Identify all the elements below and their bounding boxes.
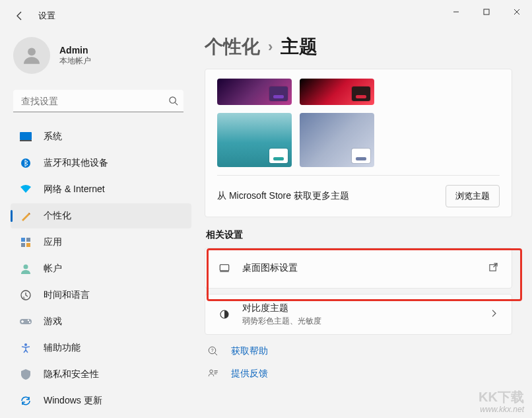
sidebar-item-accounts[interactable]: 帐户 bbox=[11, 256, 191, 281]
search-icon bbox=[168, 96, 178, 108]
svg-rect-6 bbox=[20, 140, 32, 141]
avatar bbox=[13, 37, 50, 74]
browse-themes-button[interactable]: 浏览主题 bbox=[446, 185, 500, 207]
svg-rect-19 bbox=[220, 265, 229, 271]
sidebar-item-bluetooth[interactable]: 蓝牙和其他设备 bbox=[11, 151, 191, 176]
sidebar-item-time[interactable]: A时间和语言 bbox=[11, 283, 191, 308]
sidebar-item-label: 个性化 bbox=[44, 210, 71, 222]
breadcrumb: 个性化 › 主题 bbox=[205, 34, 512, 59]
sidebar-item-personalize[interactable]: 个性化 bbox=[11, 203, 191, 228]
theme-thumbnail[interactable] bbox=[217, 79, 292, 105]
app-title: 设置 bbox=[38, 10, 55, 22]
sidebar-item-accessibility[interactable]: 辅助功能 bbox=[11, 335, 191, 361]
time-icon: A bbox=[20, 289, 32, 301]
related-section-title: 相关设置 bbox=[206, 229, 512, 241]
gaming-icon bbox=[20, 316, 32, 328]
sidebar: Admin 本地帐户 系统蓝牙和其他设备网络 & Internet个性化应用帐户… bbox=[0, 32, 198, 418]
sidebar-item-label: Windows 更新 bbox=[44, 395, 102, 407]
personalize-icon bbox=[20, 210, 32, 222]
breadcrumb-parent[interactable]: 个性化 bbox=[205, 34, 260, 59]
svg-point-18 bbox=[24, 343, 27, 346]
svg-rect-10 bbox=[21, 243, 25, 247]
desktop-icon bbox=[218, 262, 230, 274]
feedback-link-row: 提供反馈 bbox=[205, 363, 512, 385]
update-icon bbox=[20, 395, 32, 407]
theme-chip bbox=[269, 87, 288, 101]
sidebar-item-privacy[interactable]: 隐私和安全性 bbox=[11, 362, 191, 387]
sidebar-item-label: 帐户 bbox=[44, 263, 62, 275]
store-text: 从 Microsoft Store 获取更多主题 bbox=[217, 190, 349, 202]
theme-thumbnail[interactable] bbox=[300, 79, 374, 105]
sidebar-item-system[interactable]: 系统 bbox=[11, 124, 191, 149]
watermark: KK下载 www.kkx.net bbox=[479, 389, 524, 414]
svg-rect-9 bbox=[26, 238, 30, 242]
search-wrap bbox=[13, 90, 189, 112]
give-feedback-link[interactable]: 提供反馈 bbox=[231, 368, 268, 380]
window-controls bbox=[441, 0, 532, 24]
theme-chip bbox=[269, 149, 288, 163]
sidebar-item-label: 隐私和安全性 bbox=[44, 368, 99, 380]
svg-rect-5 bbox=[20, 132, 32, 140]
feedback-icon bbox=[207, 368, 219, 380]
chevron-right-icon bbox=[490, 309, 498, 320]
svg-point-16 bbox=[28, 320, 29, 321]
contrast-themes-row[interactable]: 对比度主题 弱势彩色主题、光敏度 bbox=[205, 294, 512, 335]
theme-chip bbox=[352, 149, 370, 163]
user-type: 本地帐户 bbox=[59, 55, 91, 67]
setting-subtitle: 弱势彩色主题、光敏度 bbox=[242, 316, 321, 327]
contrast-icon bbox=[218, 308, 230, 320]
accounts-icon bbox=[20, 263, 32, 275]
themes-card: 从 Microsoft Store 获取更多主题 浏览主题 bbox=[205, 69, 512, 217]
svg-rect-11 bbox=[26, 243, 30, 247]
titlebar: 设置 bbox=[0, 0, 532, 32]
privacy-icon bbox=[20, 368, 32, 380]
sidebar-item-label: 应用 bbox=[44, 236, 62, 248]
maximize-button[interactable] bbox=[471, 0, 502, 24]
sidebar-item-label: 网络 & Internet bbox=[44, 184, 105, 195]
svg-point-3 bbox=[170, 97, 176, 103]
minimize-button[interactable] bbox=[441, 0, 471, 24]
bluetooth-icon bbox=[20, 157, 32, 169]
svg-text:A: A bbox=[22, 296, 25, 300]
svg-point-17 bbox=[29, 322, 30, 323]
user-block[interactable]: Admin 本地帐户 bbox=[11, 32, 191, 87]
sidebar-item-label: 蓝牙和其他设备 bbox=[44, 157, 108, 169]
svg-point-2 bbox=[28, 48, 36, 55]
help-link-row: ? 获取帮助 bbox=[205, 340, 512, 363]
svg-point-25 bbox=[210, 370, 213, 373]
get-help-link[interactable]: 获取帮助 bbox=[231, 345, 268, 357]
accessibility-icon bbox=[20, 342, 32, 354]
svg-rect-8 bbox=[21, 238, 25, 242]
external-link-icon bbox=[488, 262, 498, 274]
sidebar-item-label: 时间和语言 bbox=[44, 289, 90, 301]
sidebar-item-label: 辅助功能 bbox=[44, 342, 81, 354]
sidebar-item-apps[interactable]: 应用 bbox=[11, 230, 191, 255]
theme-chip bbox=[352, 87, 370, 101]
setting-title: 对比度主题 bbox=[242, 302, 321, 314]
sidebar-item-label: 系统 bbox=[44, 131, 62, 143]
theme-thumbnail[interactable] bbox=[217, 113, 292, 167]
main-panel: 个性化 › 主题 从 Microsoft Store 获取更多主题 浏览主题 相… bbox=[198, 32, 532, 418]
sidebar-item-update[interactable]: Windows 更新 bbox=[11, 388, 191, 413]
system-icon bbox=[20, 131, 32, 143]
svg-rect-1 bbox=[484, 9, 489, 15]
network-icon bbox=[20, 184, 32, 195]
chevron-right-icon: › bbox=[268, 38, 273, 55]
nav-list: 系统蓝牙和其他设备网络 & Internet个性化应用帐户A时间和语言游戏辅助功… bbox=[11, 124, 191, 413]
help-icon: ? bbox=[207, 345, 219, 357]
sidebar-item-gaming[interactable]: 游戏 bbox=[11, 309, 191, 334]
svg-text:?: ? bbox=[211, 348, 214, 353]
sidebar-item-label: 游戏 bbox=[44, 316, 62, 328]
back-button[interactable] bbox=[13, 9, 26, 22]
breadcrumb-current: 主题 bbox=[281, 34, 317, 59]
apps-icon bbox=[20, 236, 32, 248]
user-name: Admin bbox=[59, 45, 91, 55]
search-input[interactable] bbox=[13, 90, 183, 112]
close-button[interactable] bbox=[502, 0, 532, 24]
svg-point-12 bbox=[24, 265, 28, 269]
setting-title: 桌面图标设置 bbox=[242, 262, 298, 274]
sidebar-item-network[interactable]: 网络 & Internet bbox=[11, 177, 191, 202]
theme-thumbnail[interactable] bbox=[300, 113, 374, 167]
svg-line-4 bbox=[175, 102, 178, 105]
desktop-icon-settings-row[interactable]: 桌面图标设置 bbox=[205, 248, 512, 289]
